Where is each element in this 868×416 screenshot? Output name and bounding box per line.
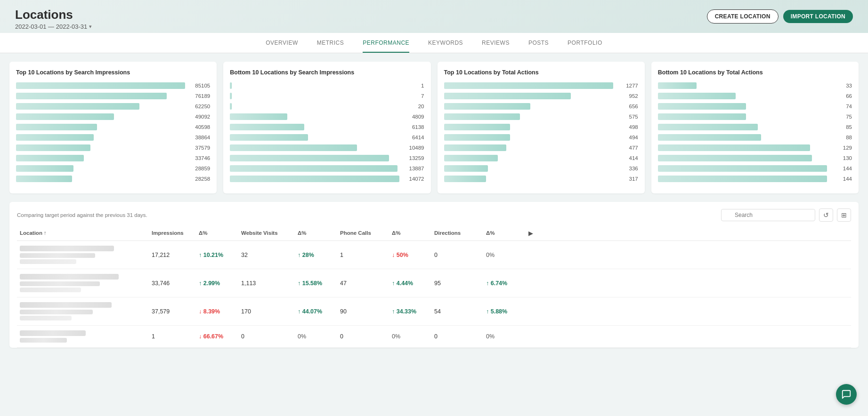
bottom-impressions-title: Bottom 10 Locations by Search Impression…: [230, 69, 424, 76]
chart-row: 494: [444, 134, 638, 141]
chart-bar: [16, 93, 167, 99]
header-actions: CREATE LOCATION IMPORT LOCATION: [707, 8, 853, 24]
chart-bar: [16, 134, 94, 141]
chart-row: 575: [444, 113, 638, 120]
location-cell: [17, 246, 149, 264]
chart-bar: [230, 134, 308, 141]
create-location-button[interactable]: CREATE LOCATION: [707, 9, 779, 24]
col-phone-delta: Δ%: [389, 230, 431, 237]
chart-row: 414: [444, 155, 638, 161]
chart-row: 129: [658, 144, 852, 151]
chart-bar: [658, 165, 827, 172]
search-wrapper: 🔍: [721, 209, 815, 221]
tab-metrics[interactable]: METRICS: [317, 33, 344, 53]
location-cell: [17, 274, 149, 292]
col-phone-calls[interactable]: Phone Calls: [337, 230, 389, 237]
location-blur-1: [20, 274, 119, 280]
top-actions-card: Top 10 Locations by Total Actions 1277 9…: [438, 62, 645, 193]
header: Locations 2022-03-01 — 2022-03-31 ▾ CREA…: [0, 0, 868, 33]
top-actions-title: Top 10 Locations by Total Actions: [444, 69, 638, 76]
col-website-visits[interactable]: Website Visits: [238, 230, 295, 237]
col-directions-delta: Δ%: [483, 230, 526, 237]
tab-keywords[interactable]: KEYWORDS: [428, 33, 463, 53]
tab-portfolio[interactable]: PORTFOLIO: [568, 33, 602, 53]
col-location[interactable]: Location ↑: [17, 230, 149, 237]
chart-bar: [230, 124, 304, 130]
location-blur-3: [20, 316, 72, 320]
chart-bar: [444, 93, 571, 99]
chart-row: 498: [444, 124, 638, 130]
chart-bar: [16, 103, 139, 110]
location-blur-2: [20, 310, 93, 314]
col-directions[interactable]: Directions: [431, 230, 483, 237]
search-input[interactable]: [721, 209, 815, 221]
directions-delta: 0%: [483, 333, 526, 340]
tab-reviews[interactable]: REVIEWS: [482, 33, 510, 53]
main-content: Top 10 Locations by Search Impressions 8…: [0, 53, 868, 356]
chart-row: 1277: [444, 82, 638, 89]
chart-row: 7: [230, 93, 424, 99]
directions-delta: 0%: [483, 252, 526, 258]
phone-delta: ↑ 4.44%: [389, 280, 431, 287]
nav-tabs: OVERVIEW METRICS PERFORMANCE KEYWORDS RE…: [0, 33, 868, 53]
phone-delta: 0%: [389, 333, 431, 340]
chart-row: 85105: [16, 82, 210, 89]
tab-overview[interactable]: OVERVIEW: [266, 33, 298, 53]
website-visits-value: 32: [238, 252, 295, 258]
comparison-text: Comparing target period against the prev…: [17, 212, 147, 218]
col-impressions[interactable]: Impressions: [149, 230, 196, 237]
location-cell: [17, 330, 149, 343]
chart-row: 130: [658, 155, 852, 161]
table-controls: 🔍 ↺ ⊞: [721, 208, 851, 222]
chart-row: 656: [444, 103, 638, 110]
location-blur-1: [20, 330, 86, 336]
phone-delta: ↓ 50%: [389, 252, 431, 258]
impressions-value: 37,579: [149, 308, 196, 315]
impressions-value: 1: [149, 333, 196, 340]
columns-button[interactable]: ⊞: [837, 208, 851, 222]
location-blur-3: [20, 259, 76, 264]
chart-row: 28258: [16, 176, 210, 182]
impressions-delta: ↓ 8.39%: [196, 308, 238, 315]
chart-bar: [444, 82, 613, 89]
impressions-value: 33,746: [149, 280, 196, 287]
table-section: Comparing target period against the prev…: [9, 202, 859, 348]
chart-bar: [230, 176, 399, 182]
impressions-delta: ↓ 66.67%: [196, 333, 238, 340]
impressions-value: 17,212: [149, 252, 196, 258]
location-blur-1: [20, 246, 114, 251]
col-expand[interactable]: ▶: [526, 230, 540, 237]
date-range-picker[interactable]: 2022-03-01 — 2022-03-31 ▾: [15, 23, 92, 30]
chart-row: 37579: [16, 144, 210, 151]
chart-bar: [658, 113, 746, 120]
chart-bar: [444, 165, 488, 172]
chart-bar: [444, 144, 507, 151]
chart-bar: [230, 103, 232, 110]
chart-bar: [444, 134, 510, 141]
import-location-button[interactable]: IMPORT LOCATION: [783, 10, 853, 23]
website-visits-value: 170: [238, 308, 295, 315]
chart-bar: [16, 176, 72, 182]
table-meta-row: Comparing target period against the prev…: [17, 208, 851, 222]
directions-value: 54: [431, 308, 483, 315]
location-cell: [17, 302, 149, 320]
col-impressions-delta: Δ%: [196, 230, 238, 237]
tab-performance[interactable]: PERFORMANCE: [363, 33, 409, 53]
chart-row: 144: [658, 165, 852, 172]
refresh-button[interactable]: ↺: [819, 208, 833, 222]
chart-row: 20: [230, 103, 424, 110]
tab-posts[interactable]: POSTS: [528, 33, 549, 53]
chart-bar: [444, 176, 487, 182]
chart-row: 1: [230, 82, 424, 89]
chart-row: 66: [658, 93, 852, 99]
location-blur-2: [20, 253, 95, 258]
chart-row: 4809: [230, 113, 424, 120]
table-row: 37,579 ↓ 8.39% 170 ↑ 44.07% 90 ↑ 34.33% …: [17, 297, 851, 326]
chart-row: 74: [658, 103, 852, 110]
chart-row: 6414: [230, 134, 424, 141]
chart-bar: [444, 113, 520, 120]
chart-bar: [16, 82, 185, 89]
directions-value: 0: [431, 252, 483, 258]
chart-bar: [658, 93, 736, 99]
website-visits-value: 1,113: [238, 280, 295, 287]
